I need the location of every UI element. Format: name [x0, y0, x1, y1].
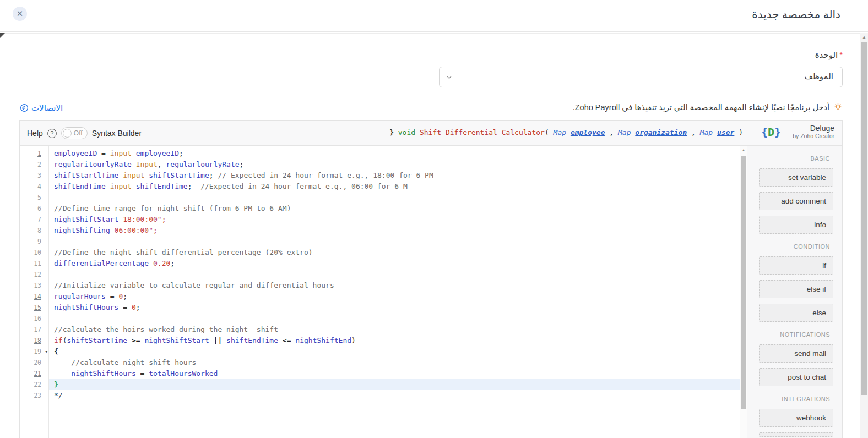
code-token: [149, 259, 153, 267]
line-number[interactable]: 16: [20, 313, 48, 324]
snippet-button-webhook[interactable]: webhook: [759, 409, 833, 427]
code-token: //Expected in 24-hour fermat e.g., 06:00…: [200, 182, 408, 190]
snippet-button-info[interactable]: info: [759, 216, 833, 234]
line-number[interactable]: 3: [20, 170, 48, 181]
code-token: 18:00:00";: [123, 215, 166, 223]
signature-token[interactable]: organization: [635, 128, 687, 136]
code-token: input: [123, 171, 144, 179]
module-select[interactable]: الموظف: [439, 67, 843, 87]
fold-toggle-icon[interactable]: ▾: [45, 346, 48, 357]
code-line-22[interactable]: }: [49, 379, 740, 390]
code-line-9[interactable]: [49, 236, 740, 247]
code-token: input: [110, 182, 132, 190]
code-token: ;: [123, 292, 127, 300]
line-number[interactable]: 12: [20, 269, 48, 280]
code-line-20[interactable]: //calculate night shift hours: [49, 357, 740, 368]
line-number[interactable]: 21: [20, 368, 48, 379]
signature-token: Map: [554, 128, 566, 136]
line-number[interactable]: 22: [20, 379, 48, 390]
line-number[interactable]: 14: [20, 291, 48, 302]
signature-token[interactable]: employee: [571, 128, 605, 136]
deluge-logo-icon: {D}: [761, 125, 781, 139]
code-token: employeeID: [136, 149, 179, 157]
snippet-button-if[interactable]: if: [759, 256, 833, 275]
code-token: //Initialize variable to calculate regul…: [54, 281, 334, 289]
code-line-17[interactable]: //calculate the hoirs worked during the …: [49, 324, 740, 335]
line-number[interactable]: 9: [20, 236, 48, 247]
line-number[interactable]: 17: [20, 324, 48, 335]
code-line-8[interactable]: nightShifting 06:00:00";: [49, 225, 740, 236]
snippet-button-set-variable[interactable]: set variable: [759, 168, 833, 187]
code-token: employeeID: [54, 149, 97, 157]
editor-scrollbar[interactable]: ▲: [740, 146, 747, 438]
snippet-button-else-if[interactable]: else if: [759, 280, 833, 298]
line-number[interactable]: 7: [20, 214, 48, 225]
code-token: [132, 149, 136, 157]
page-scroll-up-icon[interactable]: ▲: [860, 35, 868, 40]
code-line-11[interactable]: differentialPercentage 0.20;: [49, 258, 740, 269]
snippet-button-send-mail[interactable]: send mail: [759, 344, 833, 363]
code-line-14[interactable]: rugularHours = 0;: [49, 291, 740, 302]
code-token: // Expected in 24-hour format e.g., 18:0…: [218, 171, 433, 179]
line-number[interactable]: 6: [20, 203, 48, 214]
code-area[interactable]: employeeID = input employeeID;regularito…: [49, 146, 740, 438]
code-token: 0: [132, 303, 136, 311]
line-number[interactable]: 5: [20, 192, 48, 203]
code-line-12[interactable]: [49, 269, 740, 280]
line-number[interactable]: 13: [20, 280, 48, 291]
code-token: */: [54, 391, 63, 399]
syntax-builder-toggle[interactable]: Off: [61, 127, 88, 139]
sidebar-section-title: NOTIFICATIONS: [760, 331, 830, 338]
signature-token[interactable]: user: [717, 128, 734, 136]
code-token: //Define time range for night shift (fro…: [54, 204, 291, 212]
code-line-10[interactable]: //Define the night shift differential pe…: [49, 247, 740, 258]
line-number[interactable]: 1: [20, 148, 48, 159]
code-line-3[interactable]: shiftStartlTime input shiftStartTime; //…: [49, 170, 740, 181]
close-icon[interactable]: ✕: [13, 7, 27, 21]
deluge-branding: {D} Deluge by Zoho Creator: [750, 121, 842, 146]
snippet-button-partial[interactable]: [759, 432, 833, 437]
code-line-19[interactable]: {: [49, 346, 740, 357]
code-line-23[interactable]: */: [49, 390, 740, 401]
snippet-button-add-comment[interactable]: add comment: [759, 192, 833, 210]
line-number[interactable]: 4: [20, 181, 48, 192]
page-scrollbar-thumb[interactable]: [861, 42, 867, 395]
signature-token: }: [389, 128, 398, 136]
code-token: =: [118, 303, 131, 311]
code-line-2[interactable]: regularitourlyRate Input, regularlourlyR…: [49, 159, 740, 170]
signature-token: ,: [605, 128, 618, 136]
code-line-18[interactable]: if(shiftStartTime >= nightShiftStart || …: [49, 335, 740, 346]
editor-scrollbar-thumb[interactable]: [741, 156, 746, 409]
connections-link[interactable]: الاتصالات: [20, 103, 63, 113]
line-number[interactable]: 15: [20, 302, 48, 313]
line-number[interactable]: 11: [20, 258, 48, 269]
code-token: ;: [179, 149, 183, 157]
code-line-6[interactable]: //Define time range for night shift (fro…: [49, 203, 740, 214]
code-line-15[interactable]: nightShiftHours = 0;: [49, 302, 740, 313]
line-number[interactable]: 8: [20, 225, 48, 236]
scroll-up-icon[interactable]: ▲: [740, 148, 747, 152]
line-number[interactable]: 18: [20, 335, 48, 346]
code-line-7[interactable]: nightShiftStart 18:00:00";: [49, 214, 740, 225]
line-number[interactable]: 23: [20, 390, 48, 401]
editor-body: 12345678910111213141516171819▾20212223 e…: [20, 146, 842, 438]
code-line-5[interactable]: [49, 192, 740, 203]
line-number[interactable]: 2: [20, 159, 48, 170]
line-number[interactable]: 20: [20, 357, 48, 368]
snippet-button-post-to-chat[interactable]: post to chat: [759, 368, 833, 386]
code-line-4[interactable]: shiftEndTime input shiftEndTime; //Expec…: [49, 181, 740, 192]
snippet-button-else[interactable]: else: [759, 304, 833, 322]
code-token: <=: [283, 336, 291, 344]
help-icon[interactable]: ?: [47, 129, 57, 138]
code-line-1[interactable]: employeeID = input employeeID;: [49, 148, 740, 159]
code-token: [127, 336, 132, 344]
line-number[interactable]: 10: [20, 247, 48, 258]
code-line-13[interactable]: //Initialize variable to calculate regul…: [49, 280, 740, 291]
page-scrollbar[interactable]: ▲: [860, 33, 868, 438]
signature-token: Shift_Differential_Calculator: [420, 128, 545, 136]
code-token: {: [54, 347, 58, 355]
line-number[interactable]: 19▾: [20, 346, 48, 357]
code-line-16[interactable]: [49, 313, 740, 324]
code-line-21[interactable]: nightShiftHours = totalHoursWorked: [49, 368, 740, 379]
toggle-state-label: Off: [74, 129, 83, 137]
